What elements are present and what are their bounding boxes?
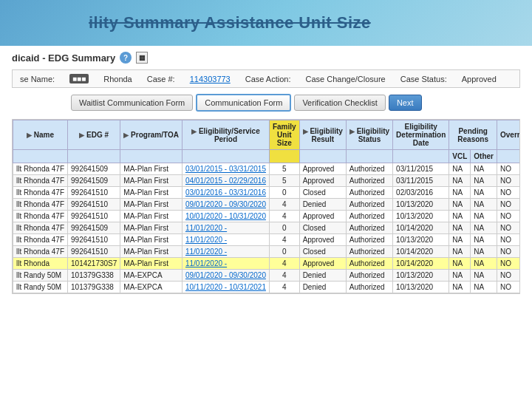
table-row: llt Rhonda 47F992641510MA-Plan First09/0… [13,199,521,211]
table-cell: llt Rhonda 47F [13,187,68,199]
date-link[interactable]: 10/11/2020 - 10/31/2021 [185,283,266,291]
table-cell: Authorized [346,175,392,187]
table-cell: NO [497,270,521,282]
table-cell: NO [497,211,521,222]
col-overridden: Overridden [497,120,521,150]
table-cell: llt Rhonda 47F [13,222,68,234]
table-cell: llt Rhonda 47F [13,211,68,222]
table-cell: 03/01/2016 - 03/31/2016 [182,187,269,199]
table-cell: 03/01/2015 - 03/31/2015 [182,163,269,175]
table-cell: 992641510 [68,199,120,211]
table-cell: 10/01/2020 - 10/31/2020 [182,211,269,222]
subtitle-label: dicaid - EDG Summary [12,52,115,64]
table-cell: llt Rhonda 47F [13,175,68,187]
date-link[interactable]: 11/01/2020 - [185,236,227,244]
communication-button[interactable]: Communication Form [196,94,291,112]
table-cell: 5 [269,163,299,175]
table-cell: 11/01/2020 - [182,258,269,270]
col-date-sub [393,150,449,163]
col-period: ▶ Eligibility/ServicePeriod [182,120,269,150]
date-link[interactable]: 10/01/2020 - 10/31/2020 [185,212,266,220]
col-vcl: VCL [449,150,471,163]
table-cell: 4 [269,199,299,211]
table-cell: NA [449,175,471,187]
table-cell: 10/11/2020 - 10/31/2021 [182,282,269,293]
table-cell: NA [471,258,497,270]
date-link[interactable]: 09/01/2020 - 09/30/2020 [185,271,266,279]
table-row: llt Rhonda101421730S7MA-Plan First11/01/… [13,258,521,270]
table-cell: llt Rhonda 47F [13,199,68,211]
waitlist-button[interactable]: Waitlist Communication Form [71,95,193,111]
verification-button[interactable]: Verification Checklist [294,95,386,111]
button-row: Waitlist Communication Form Communicatio… [12,94,520,112]
table-cell: MA-Plan First [120,246,183,258]
table-cell: NO [497,234,521,246]
table-cell: Authorized [346,246,392,258]
table-cell: MA-Plan First [120,222,183,234]
table-cell: 03/11/2015 [393,163,449,175]
case-name-label: se Name: [20,75,55,83]
table-cell: llt Rhonda 47F [13,246,68,258]
table-cell: Closed [299,222,346,234]
table-cell: 04/01/2015 - 02/29/2016 [182,175,269,187]
table-cell: Denied [299,282,346,293]
table-cell: NO [497,258,521,270]
date-link[interactable]: 11/01/2020 - [185,259,227,267]
header-banner: ility Summary Assistance Unit Size [0,0,532,46]
col-pending-reasons: PendingReasons [449,120,497,150]
case-action-label: Case Action: [245,75,291,83]
col-program-sub [120,150,183,163]
table-cell: NA [471,282,497,293]
date-link[interactable]: 11/01/2020 - [185,248,227,256]
col-overridden-sub [497,150,521,163]
table-cell: NA [471,234,497,246]
case-number-link[interactable]: 114303773 [190,75,231,83]
case-status-value: Approved [462,75,497,83]
table-cell: NA [449,199,471,211]
table-cell: Approved [299,175,346,187]
table-cell: Authorized [346,270,392,282]
date-link[interactable]: 09/01/2020 - 09/30/2020 [185,200,266,208]
table-cell: 4 [269,270,299,282]
table-cell: Approved [299,234,346,246]
table-cell: NA [471,163,497,175]
page-icon[interactable]: ▦ [136,52,148,64]
next-button[interactable]: Next [389,95,422,111]
table-cell: 10/14/2020 [393,222,449,234]
table-cell: 101379G338 [68,270,120,282]
table-row: llt Rhonda 47F992641510MA-Plan First03/0… [13,187,521,199]
col-period-sub [182,150,269,163]
table-cell: NA [449,211,471,222]
table-cell: Approved [299,211,346,222]
col-program: ▶ Program/TOA [120,120,183,150]
table-cell: NO [497,199,521,211]
table-cell: llt Randy 50M [13,270,68,282]
table-cell: Authorized [346,211,392,222]
table-cell: NA [449,246,471,258]
table-cell: 101421730S7 [68,258,120,270]
table-cell: 4 [269,234,299,246]
case-status-label: Case Status: [400,75,447,83]
table-cell: Closed [299,246,346,258]
table-cell: Authorized [346,234,392,246]
table-cell: 11/01/2020 - [182,246,269,258]
table-cell: NA [471,175,497,187]
table-cell: 10/13/2020 [393,270,449,282]
table-row: llt Rhonda 47F992641510MA-Plan First10/0… [13,211,521,222]
date-link[interactable]: 11/01/2020 - [185,224,227,232]
table-cell: NA [449,258,471,270]
table-cell: NO [497,175,521,187]
date-link[interactable]: 03/01/2016 - 03/31/2016 [185,188,266,197]
table-cell: 10/13/2020 [393,234,449,246]
table-cell: 992641510 [68,246,120,258]
table-cell: MA-Plan First [120,199,183,211]
table-row: llt Rhonda 47F992641509MA-Plan First03/0… [13,163,521,175]
date-link[interactable]: 04/01/2015 - 02/29/2016 [185,177,266,185]
table-cell: MA-Plan First [120,187,183,199]
help-icon[interactable]: ? [120,52,132,64]
table-cell: 4 [269,282,299,293]
date-link[interactable]: 03/01/2015 - 03/31/2015 [185,165,266,173]
subtitle-row: dicaid - EDG Summary ? ▦ [12,52,520,64]
table-cell: 11/01/2020 - [182,234,269,246]
col-elig-date: EligibilityDeterminationDate [393,120,449,150]
